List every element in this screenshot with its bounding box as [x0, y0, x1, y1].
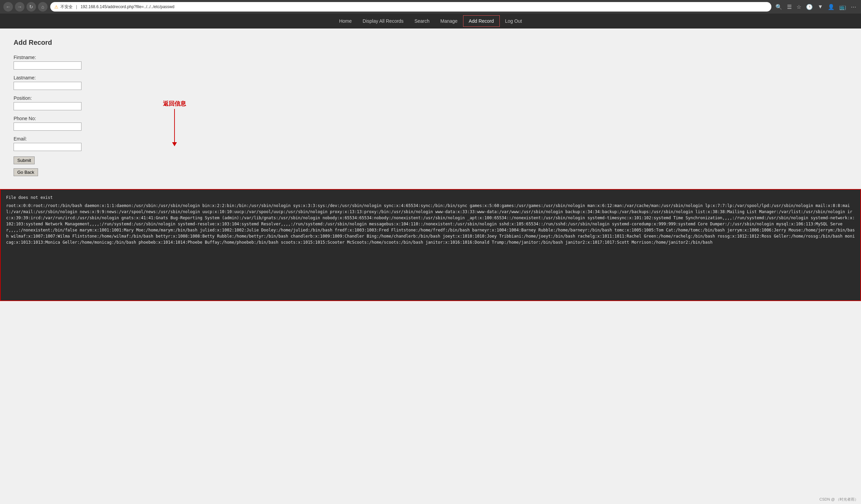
email-group: Email: [14, 136, 847, 151]
cast-icon[interactable]: 📺 [838, 3, 847, 11]
form-container: Add Record Firstname: Lastname: Position… [14, 39, 847, 179]
extensions-icon[interactable]: ▼ [816, 3, 824, 11]
nav-search[interactable]: Search [409, 15, 435, 27]
annotation-wrapper: 返回信息 [163, 100, 186, 143]
nav-logout[interactable]: Log Out [500, 15, 528, 27]
security-warning-icon: ⚠ [54, 4, 58, 10]
output-content: root:x:0:0:root:/root:/bin/bash daemon:x… [6, 202, 855, 246]
firstname-label: Firstname: [14, 55, 847, 60]
nav-home[interactable]: Home [334, 15, 357, 27]
separator: | [76, 4, 77, 9]
goback-container: Go Back [14, 168, 847, 179]
email-label: Email: [14, 136, 847, 141]
bookmark-icon[interactable]: ☆ [795, 3, 803, 11]
output-box: File does not exist root:x:0:0:root:/roo… [0, 189, 861, 301]
nav-display-all[interactable]: Display All Records [357, 15, 409, 27]
annotation-arrow [174, 109, 175, 143]
back-button[interactable]: ← [3, 2, 13, 12]
submit-button[interactable]: Submit [14, 156, 35, 164]
position-group: Position: [14, 95, 847, 110]
lastname-input[interactable] [14, 82, 81, 90]
nav-add-record[interactable]: Add Record [463, 15, 500, 27]
main-content: Add Record Firstname: Lastname: Position… [0, 28, 861, 189]
reader-icon[interactable]: ☰ [785, 3, 793, 11]
forward-button[interactable]: → [15, 2, 25, 12]
zoom-icon[interactable]: 🔍 [774, 3, 783, 11]
navbar: Home Display All Records Search Manage A… [0, 14, 861, 28]
position-label: Position: [14, 95, 847, 101]
browser-chrome: ← → ↻ ⌂ ⚠ 不安全 | 192.168.6.145/addrecord.… [0, 0, 861, 14]
email-input[interactable] [14, 143, 81, 151]
reload-button[interactable]: ↻ [27, 2, 36, 12]
url-text: 192.168.6.145/addrecord.php?file=../../.… [81, 4, 175, 9]
phone-group: Phone No: [14, 116, 847, 131]
home-button[interactable]: ⌂ [38, 2, 47, 12]
goback-button[interactable]: Go Back [14, 168, 38, 176]
more-icon[interactable]: ⋯ [849, 3, 858, 11]
browser-actions: 🔍 ☰ ☆ 🕒 ▼ 👤 📺 ⋯ [774, 3, 858, 11]
account-icon[interactable]: 👤 [826, 3, 836, 11]
phone-input[interactable] [14, 123, 81, 131]
lastname-group: Lastname: [14, 75, 847, 90]
page-title: Add Record [14, 39, 847, 46]
nav-manage[interactable]: Manage [435, 15, 463, 27]
phone-label: Phone No: [14, 116, 847, 121]
lastname-label: Lastname: [14, 75, 847, 81]
file-error-text: File does not exist [6, 195, 855, 200]
history-icon[interactable]: 🕒 [805, 3, 814, 11]
browser-controls: ← → ↻ ⌂ [3, 2, 47, 12]
annotation-label: 返回信息 [163, 100, 186, 108]
firstname-group: Firstname: [14, 55, 847, 70]
security-warning-text: 不安全 [60, 4, 73, 10]
address-bar[interactable]: ⚠ 不安全 | 192.168.6.145/addrecord.php?file… [50, 2, 771, 12]
position-input[interactable] [14, 102, 81, 110]
form-buttons: Submit [14, 156, 847, 167]
firstname-input[interactable] [14, 61, 81, 70]
